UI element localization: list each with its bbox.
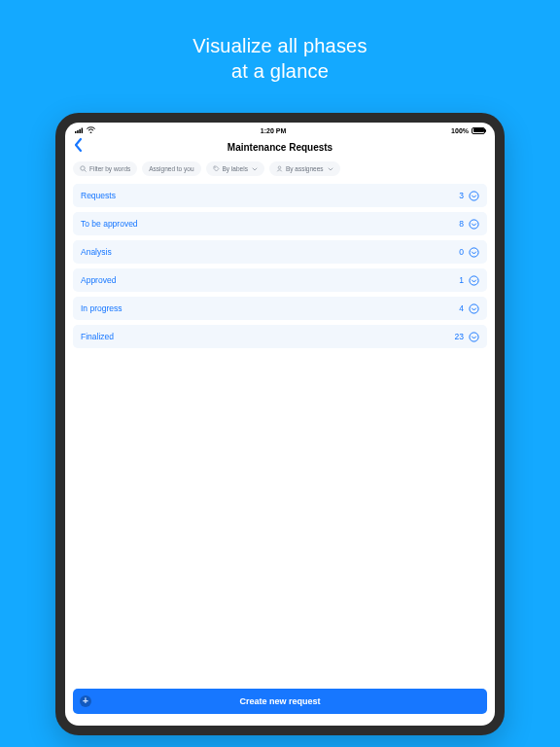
battery-percent: 100% [451,127,469,134]
signal-icon [75,127,84,134]
phase-count: 1 [459,275,464,285]
phase-row[interactable]: Approved1 [73,268,487,292]
status-time: 1:20 PM [261,127,286,134]
svg-point-6 [214,166,215,167]
svg-rect-2 [79,128,81,132]
svg-line-5 [85,169,87,171]
phase-count: 0 [459,247,464,257]
footer: + Create new request [65,689,495,726]
phase-row[interactable]: To be approved8 [73,212,487,235]
filter-search[interactable]: Filter by words [73,161,137,176]
filter-labels-label: By labels [223,165,248,172]
phase-count: 23 [455,332,464,341]
phase-count: 8 [459,219,464,229]
status-bar: 1:20 PM 100% [65,123,495,136]
svg-point-12 [470,303,478,312]
wifi-icon [87,126,95,134]
svg-rect-1 [77,130,79,133]
filter-assignees[interactable]: By assignees [269,161,340,176]
filter-labels[interactable]: By labels [206,161,264,176]
svg-point-7 [278,166,281,169]
phase-row[interactable]: Finalized23 [73,325,487,348]
filter-bar: Filter by words Assigned to you By label… [65,158,495,184]
svg-point-13 [470,332,478,340]
phase-label: In progress [81,303,122,313]
expand-icon[interactable] [469,303,479,314]
battery-icon [472,127,485,134]
phase-label: To be approved [81,219,138,229]
filter-search-label: Filter by words [89,165,130,172]
svg-point-11 [470,275,478,284]
hero-line2: at a glance [192,58,367,84]
filter-assignees-label: By assignees [286,165,324,172]
chevron-down-icon [252,165,258,172]
filter-assigned[interactable]: Assigned to you [142,161,200,176]
search-icon [80,165,87,173]
hero-line1: Visualize all phases [192,33,367,58]
svg-rect-3 [82,127,84,133]
screen: 1:20 PM 100% Maintenance Requests Filter… [65,123,495,726]
phase-row[interactable]: Requests3 [73,184,487,207]
user-icon [276,165,283,173]
phase-row[interactable]: Analysis0 [73,240,487,264]
phase-count: 4 [459,303,464,313]
create-request-button[interactable]: + Create new request [73,689,487,714]
svg-point-9 [470,219,478,228]
page-title: Maintenance Requests [228,142,332,153]
phase-list: Requests3To be approved8Analysis0Approve… [65,184,495,348]
device-frame: 1:20 PM 100% Maintenance Requests Filter… [55,113,505,735]
expand-icon[interactable] [469,275,479,286]
back-button[interactable] [73,137,85,157]
plus-icon: + [80,695,91,707]
phase-label: Approved [81,275,116,285]
svg-point-8 [470,191,478,199]
phase-label: Requests [81,191,116,200]
hero-caption: Visualize all phases at a glance [192,33,367,84]
expand-icon[interactable] [469,219,479,230]
svg-rect-0 [75,131,77,133]
phase-label: Analysis [81,247,112,257]
svg-point-10 [470,247,478,256]
expand-icon[interactable] [469,191,479,201]
phase-label: Finalized [81,332,114,341]
nav-bar: Maintenance Requests [65,136,495,158]
chevron-down-icon [328,165,333,172]
create-request-label: Create new request [239,696,320,706]
expand-icon[interactable] [469,332,479,342]
tag-icon [213,165,220,173]
phase-row[interactable]: In progress4 [73,297,487,320]
filter-assigned-label: Assigned to you [149,165,193,172]
phase-count: 3 [459,191,464,200]
expand-icon[interactable] [469,247,479,258]
